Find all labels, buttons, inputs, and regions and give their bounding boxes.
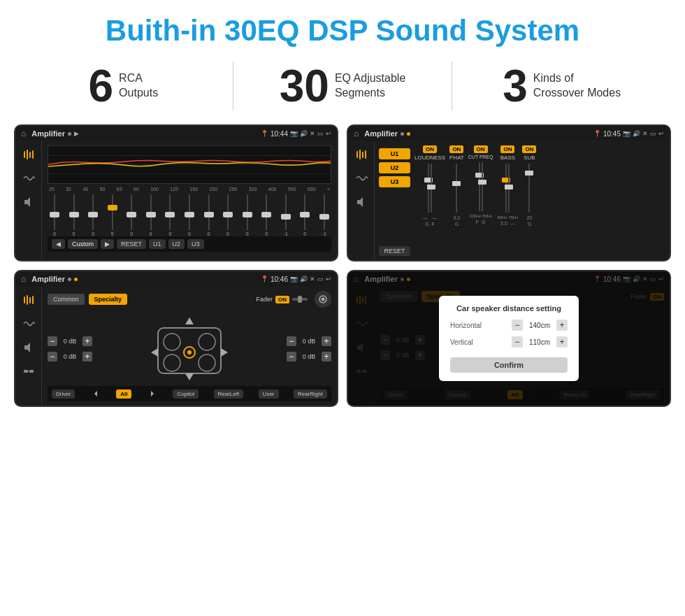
confirm-button[interactable]: Confirm (450, 357, 568, 373)
dialog-overlay: Car speaker distance setting Horizontal … (348, 271, 670, 406)
tab-specialty[interactable]: Specialty (89, 294, 128, 305)
bass-slider2[interactable] (508, 164, 510, 213)
sidebar-eq-icon-3[interactable] (21, 292, 36, 308)
vertical-minus[interactable]: − (512, 336, 523, 348)
fader-slider[interactable] (292, 295, 308, 303)
vertical-label: Vertical (450, 338, 473, 346)
copilot-btn[interactable]: Copilot (173, 389, 199, 399)
slider-3[interactable]: 0 (87, 194, 99, 236)
screen-crossover-dialog: ⌂ Amplifier 📍 10:46 📷 🔊 ✕ ▭ ↩ (347, 270, 671, 407)
amp-controls: ON LOUDNESS —— (414, 145, 665, 256)
slider-11[interactable]: 0 (242, 194, 253, 236)
sidebar-wave-icon-2[interactable] (354, 171, 369, 186)
sidebar-pan-icon-3[interactable] (21, 364, 36, 379)
slider-6[interactable]: 0 (145, 194, 157, 236)
sidebar-eq-icon-2[interactable] (354, 147, 369, 162)
sidebar-wave-icon-3[interactable] (21, 316, 36, 331)
loudness-slider2[interactable] (431, 164, 432, 213)
vertical-plus[interactable]: + (556, 336, 568, 348)
slider-2[interactable]: 0 (68, 194, 80, 236)
svg-point-26 (164, 334, 180, 350)
vol-icon-2: 🔊 (633, 130, 640, 137)
preset-u1[interactable]: U1 (379, 148, 410, 159)
loudness-on[interactable]: ON (423, 145, 437, 153)
cutfreq-slider2[interactable] (482, 162, 483, 211)
phat-on[interactable]: ON (449, 145, 463, 153)
slider-13[interactable]: -1 (280, 194, 291, 236)
home-icon-1: ⌂ (21, 129, 26, 138)
stat-label-crossover: Kinds ofCrossover Modes (533, 71, 621, 101)
slider-10[interactable]: 0 (222, 194, 233, 236)
all-btn[interactable]: All (116, 389, 131, 399)
slider-5[interactable]: 0 (126, 194, 137, 236)
freq-80: 80 (134, 187, 139, 192)
sidebar-eq-icon[interactable] (21, 147, 36, 162)
sidebar-vol-icon-3[interactable] (21, 340, 36, 355)
preset-u2[interactable]: U2 (379, 162, 410, 173)
eq-custom-btn[interactable]: Custom (68, 239, 98, 249)
sub-slider[interactable] (528, 164, 530, 213)
eq-u2-btn[interactable]: U2 (168, 239, 185, 249)
eq-u3-btn[interactable]: U3 (187, 239, 204, 249)
horizontal-minus[interactable]: − (512, 320, 523, 331)
sub-label: SUB (524, 155, 535, 161)
db-plus-tr[interactable]: + (322, 336, 331, 346)
svg-marker-36 (94, 391, 97, 396)
db-minus-br[interactable]: − (287, 352, 296, 361)
db-control-tl: − 0 dB + (48, 336, 92, 346)
cutfreq-on[interactable]: ON (474, 145, 488, 153)
amp-content: U1 U2 U3 RESET ON LOUDNESS (375, 141, 670, 260)
sidebar-vol-icon-2[interactable] (354, 194, 369, 210)
bass-on[interactable]: ON (500, 145, 514, 153)
rearleft-btn[interactable]: RearLeft (214, 389, 244, 399)
user-btn[interactable]: User (259, 389, 279, 399)
slider-8[interactable]: 0 (184, 194, 195, 236)
driver-btn[interactable]: Driver (52, 389, 75, 399)
settings-btn[interactable] (315, 291, 331, 308)
eq-play-btn[interactable]: ▶ (101, 239, 114, 249)
db-plus-tl[interactable]: + (82, 336, 92, 346)
eq-u1-btn[interactable]: U1 (149, 239, 166, 249)
db-value-tr: 0 dB (299, 338, 319, 345)
rearright-btn[interactable]: RearRight (294, 389, 327, 399)
db-plus-br[interactable]: + (322, 352, 331, 361)
arrow-right-btn[interactable] (147, 388, 158, 399)
left-sidebar-3 (15, 287, 42, 406)
db-plus-bl[interactable]: + (82, 352, 92, 361)
cutfreq-slider1[interactable] (479, 162, 480, 211)
slider-12[interactable]: 0 (261, 194, 272, 236)
col-sub: ON SUB 20 G (522, 145, 536, 256)
stat-eq: 30 EQ AdjustableSegments (247, 64, 438, 108)
eq-prev-btn[interactable]: ◀ (52, 239, 65, 249)
x-icon-3: ✕ (310, 275, 315, 282)
slider-1[interactable]: 0 (49, 194, 60, 236)
reset-btn-amp[interactable]: RESET (379, 246, 410, 256)
arrows: » (327, 187, 330, 192)
screen-amp: ⌂ Amplifier 📍 10:45 📷 🔊 ✕ ▭ ↩ (347, 124, 671, 262)
slider-7[interactable]: 0 (164, 194, 175, 236)
phat-slider[interactable] (456, 164, 457, 213)
loudness-vals: —— (423, 215, 437, 220)
slider-15[interactable]: -1 (319, 194, 330, 236)
horizontal-plus[interactable]: + (556, 320, 568, 331)
sub-on[interactable]: ON (522, 145, 536, 153)
svg-rect-13 (24, 296, 25, 303)
db-minus-tr[interactable]: − (287, 336, 296, 346)
db-value-tl: 0 dB (60, 338, 80, 345)
crossover-content: Common Specialty Fader ON (42, 287, 337, 406)
svg-rect-15 (29, 297, 31, 303)
col-bass: ON BASS 90Hz70Hz (497, 145, 518, 256)
sidebar-vol-icon[interactable] (21, 194, 36, 210)
eq-reset-btn[interactable]: RESET (117, 239, 146, 249)
sidebar-wave-icon[interactable] (21, 171, 36, 186)
db-minus-bl[interactable]: − (48, 352, 57, 361)
slider-9[interactable]: 0 (203, 194, 215, 236)
slider-14[interactable]: 0 (299, 194, 310, 236)
db-minus-tl[interactable]: − (48, 336, 57, 346)
distance-dialog: Car speaker distance setting Horizontal … (439, 296, 579, 381)
tab-common[interactable]: Common (48, 294, 85, 305)
preset-u3[interactable]: U3 (379, 176, 410, 187)
slider-4[interactable]: 5 (107, 194, 118, 236)
arrow-left-btn[interactable] (90, 388, 101, 399)
freq-40: 40 (82, 187, 88, 192)
